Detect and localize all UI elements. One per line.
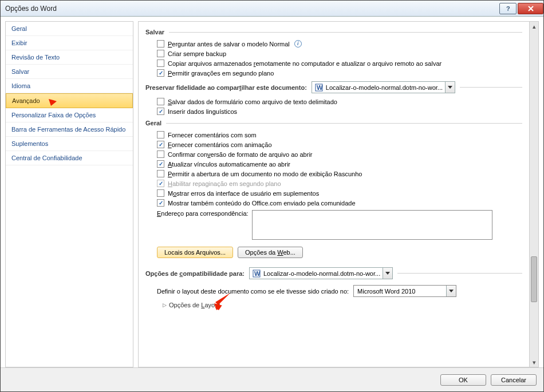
option-atualizar-vinculos[interactable]: Atualizar vínculos automaticamente ao ab… bbox=[152, 159, 522, 169]
checkbox-icon bbox=[157, 151, 164, 158]
window-title: Opções do Word bbox=[5, 5, 57, 13]
option-label: Criar sempre backup bbox=[168, 50, 226, 57]
help-button[interactable]: ? bbox=[499, 3, 517, 14]
select-value: Microsoft Word 2010 bbox=[354, 288, 446, 295]
sidebar-item-exibir[interactable]: Exibir bbox=[6, 36, 133, 50]
option-comentarios-animacao[interactable]: Fornecer comentários com animação bbox=[152, 140, 522, 149]
svg-text:?: ? bbox=[506, 5, 510, 12]
option-label: Habilitar repaginação em segundo plano bbox=[168, 180, 281, 187]
section-salvar-title: Salvar bbox=[145, 29, 164, 35]
geral-button-row: Locais dos Arquivos... Opções da Web... bbox=[152, 242, 522, 264]
scroll-down-arrow-icon[interactable]: ▾ bbox=[530, 358, 538, 367]
opcoes-layout-expander[interactable]: ▷ Opções de Layout bbox=[152, 299, 522, 311]
option-abertura-rascunho[interactable]: Permitir a abertura de um documento no m… bbox=[152, 169, 522, 179]
checkbox-icon bbox=[157, 199, 164, 207]
sidebar-item-revisao[interactable]: Revisão de Texto bbox=[6, 50, 133, 65]
vertical-scrollbar[interactable]: ▴ ▾ bbox=[529, 22, 538, 367]
option-label: Atualizar vínculos automaticamente ao ab… bbox=[168, 161, 290, 168]
titlebar: Opções do Word ? bbox=[1, 1, 543, 17]
section-compat-title: Opções de compatibilidade para: bbox=[145, 270, 245, 277]
checkbox-icon bbox=[157, 180, 164, 187]
scroll-up-arrow-icon[interactable]: ▴ bbox=[530, 22, 538, 31]
cancel-button[interactable]: Cancelar bbox=[491, 374, 537, 386]
close-button[interactable] bbox=[518, 3, 543, 14]
option-label: Copiar arquivos armazenados remotamente … bbox=[168, 60, 441, 67]
option-permitir-gravacoes[interactable]: Permitir gravações em segundo plano bbox=[152, 68, 522, 78]
checkbox-icon bbox=[157, 60, 164, 67]
dropdown-arrow-icon bbox=[383, 268, 392, 279]
option-label: Permitir a abertura de um documento no m… bbox=[168, 171, 362, 177]
option-inserir-dados-linguisticos[interactable]: Inserir dados linguísticos bbox=[152, 106, 522, 116]
scrollbar-thumb[interactable] bbox=[531, 256, 537, 302]
window-controls: ? bbox=[498, 3, 543, 14]
button-label: Locais dos Arquivos... bbox=[164, 249, 226, 256]
content-scroll-area[interactable]: Salvar Perguntar antes de salvar o model… bbox=[139, 22, 529, 367]
endereco-label: Endereço para correspondência: bbox=[157, 210, 249, 217]
svg-text:W: W bbox=[317, 84, 323, 91]
dropdown-arrow-icon bbox=[445, 82, 455, 93]
sidebar-item-idioma[interactable]: Idioma bbox=[6, 79, 133, 93]
checkbox-icon bbox=[157, 170, 164, 177]
layout-version-select[interactable]: Microsoft Word 2010 bbox=[353, 285, 456, 297]
endereco-textarea[interactable] bbox=[252, 210, 492, 240]
sidebar-item-personalizar-faixa[interactable]: Personalizar Faixa de Opções bbox=[6, 108, 133, 122]
content-panel: Salvar Perguntar antes de salvar o model… bbox=[138, 21, 539, 367]
document-name: Localizar-o-modelo-normal.dotm-no-wor... bbox=[263, 270, 383, 277]
option-label: Confirmar conversão de formato de arquiv… bbox=[168, 151, 313, 158]
section-preservar-header: Preservar fidelidade ao compartilhar est… bbox=[145, 81, 522, 93]
sidebar-item-salvar[interactable]: Salvar bbox=[6, 65, 133, 79]
compat-document-select[interactable]: W Localizar-o-modelo-normal.dotm-no-wor.… bbox=[249, 267, 393, 279]
document-name: Localizar-o-modelo-normal.dotm-no-wor... bbox=[326, 84, 445, 91]
checkbox-icon bbox=[157, 189, 164, 197]
endereco-correspondencia-row: Endereço para correspondência: bbox=[152, 208, 522, 242]
option-mostrar-conteudo-officecom[interactable]: Mostrar também conteúdo do Office.com en… bbox=[152, 198, 522, 208]
opcoes-web-button[interactable]: Opções da Web... bbox=[238, 247, 303, 258]
word-options-dialog: Opções do Word ? Geral Exibir Revisão de… bbox=[0, 0, 544, 392]
expander-label: Opções de Layout bbox=[169, 302, 220, 308]
option-label: Inserir dados linguísticos bbox=[168, 108, 237, 115]
options-sidebar: Geral Exibir Revisão de Texto Salvar Idi… bbox=[5, 21, 133, 367]
word-document-icon: W bbox=[314, 83, 324, 92]
dialog-footer: OK Cancelar bbox=[1, 367, 543, 391]
option-salvar-dados-formulario[interactable]: Salvar dados de formulário como arquivo … bbox=[152, 97, 522, 106]
info-icon[interactable]: i bbox=[294, 40, 302, 47]
option-criar-backup[interactable]: Criar sempre backup bbox=[152, 49, 522, 58]
section-salvar-header: Salvar bbox=[145, 29, 522, 35]
svg-marker-8 bbox=[385, 272, 390, 275]
help-icon: ? bbox=[504, 5, 511, 12]
option-comentarios-som[interactable]: Fornecer comentários com som bbox=[152, 130, 522, 140]
sidebar-item-avancado[interactable]: Avançado bbox=[6, 93, 133, 108]
checkbox-icon bbox=[157, 108, 164, 115]
close-icon bbox=[527, 5, 534, 12]
preservar-document-select[interactable]: W Localizar-o-modelo-normal.dotm-no-wor.… bbox=[312, 81, 455, 93]
section-geral-title: Geral bbox=[145, 120, 161, 126]
layout-definition-row: Definir o layout deste documento como se… bbox=[152, 283, 522, 299]
svg-marker-5 bbox=[448, 86, 452, 89]
option-mostrar-erros-suplementos[interactable]: Mostrar erros da interface de usuário em… bbox=[152, 188, 522, 198]
option-label: Fornecer comentários com som bbox=[168, 132, 257, 138]
checkbox-icon bbox=[157, 40, 164, 47]
option-label: Perguntar antes de salvar o modelo Norma… bbox=[168, 41, 290, 47]
option-habilitar-repaginacao: Habilitar repaginação em segundo plano bbox=[152, 179, 522, 188]
sidebar-item-suplementos[interactable]: Suplementos bbox=[6, 137, 133, 151]
checkbox-icon bbox=[157, 98, 164, 105]
checkbox-icon bbox=[157, 160, 164, 168]
locais-arquivos-button[interactable]: Locais dos Arquivos... bbox=[157, 247, 233, 258]
option-confirmar-conversao[interactable]: Confirmar conversão de formato de arquiv… bbox=[152, 149, 522, 159]
option-label: Fornecer comentários com animação bbox=[168, 141, 272, 148]
option-label: Salvar dados de formulário como arquivo … bbox=[168, 98, 337, 105]
sidebar-item-central-confiabilidade[interactable]: Central de Confiabilidade bbox=[6, 151, 133, 165]
dropdown-arrow-icon bbox=[446, 286, 456, 296]
section-geral-header: Geral bbox=[145, 120, 522, 126]
ok-button[interactable]: OK bbox=[440, 374, 486, 386]
checkbox-icon bbox=[157, 69, 164, 77]
svg-text:W: W bbox=[254, 270, 261, 277]
sidebar-item-barra-acesso-rapido[interactable]: Barra de Ferramentas de Acesso Rápido bbox=[6, 122, 133, 137]
option-label: Mostrar também conteúdo do Office.com en… bbox=[168, 200, 356, 207]
section-compat-header: Opções de compatibilidade para: W Locali… bbox=[145, 267, 522, 279]
sidebar-item-geral[interactable]: Geral bbox=[6, 22, 133, 36]
button-label: Opções da Web... bbox=[245, 249, 295, 256]
option-perguntar-salvar-modelo[interactable]: Perguntar antes de salvar o modelo Norma… bbox=[152, 39, 522, 49]
checkbox-icon bbox=[157, 50, 164, 57]
option-copiar-remotos[interactable]: Copiar arquivos armazenados remotamente … bbox=[152, 58, 522, 68]
